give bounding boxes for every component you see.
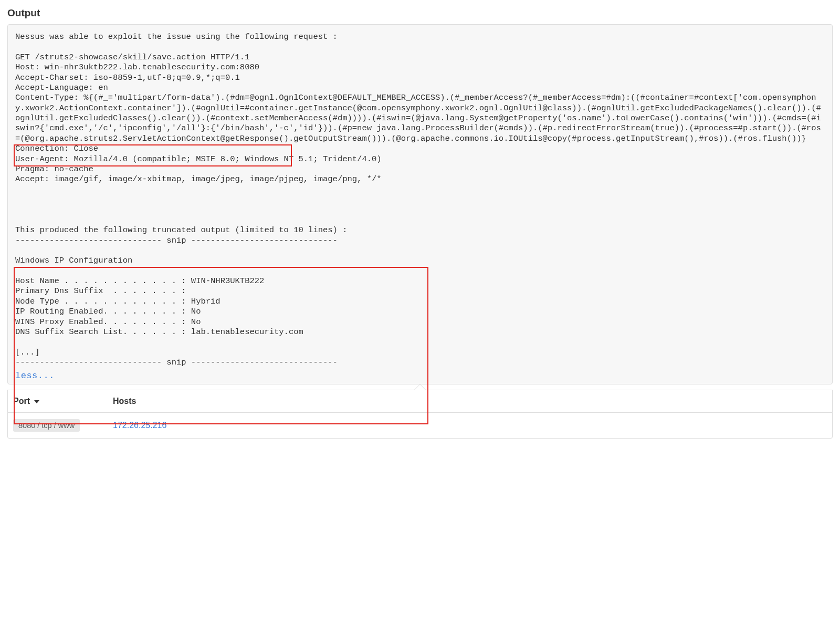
column-header-port-label: Port	[13, 397, 30, 405]
sort-desc-icon	[34, 400, 39, 403]
port-badge[interactable]: 8080 / tcp / www	[13, 419, 80, 432]
output-text: Nessus was able to exploit the issue usi…	[15, 32, 825, 368]
column-header-hosts[interactable]: Hosts	[113, 397, 827, 406]
hosts-table: Port Hosts 8080 / tcp / www172.26.25.216	[7, 390, 833, 439]
host-link[interactable]: 172.26.25.216	[113, 421, 166, 430]
table-row: 8080 / tcp / www172.26.25.216	[8, 412, 832, 438]
table-notch-icon	[414, 384, 426, 391]
hosts-cell: 172.26.25.216	[113, 421, 827, 430]
column-header-port[interactable]: Port	[13, 397, 113, 406]
output-panel: Nessus was able to exploit the issue usi…	[7, 24, 833, 384]
less-link[interactable]: less...	[15, 371, 55, 381]
port-cell: 8080 / tcp / www	[13, 419, 113, 432]
table-header-row: Port Hosts	[8, 390, 832, 412]
column-header-hosts-label: Hosts	[113, 397, 136, 405]
highlight-box	[14, 144, 292, 166]
section-title: Output	[7, 7, 833, 19]
